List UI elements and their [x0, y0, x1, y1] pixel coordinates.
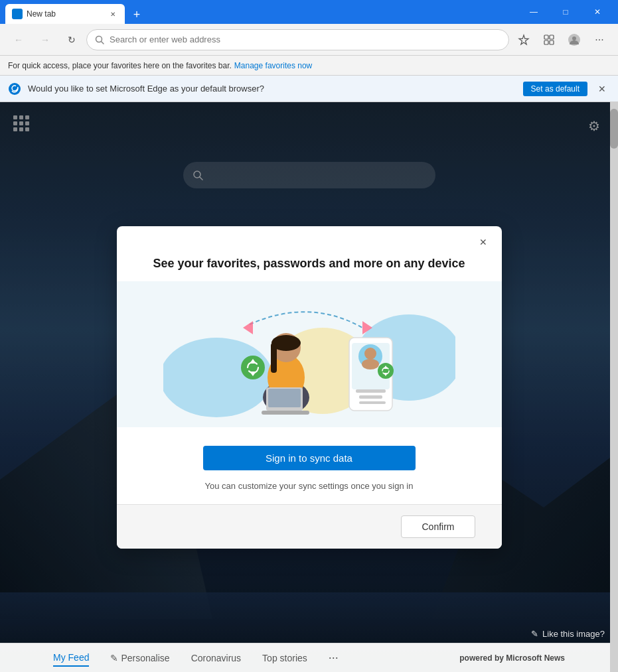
svg-marker-16	[243, 321, 253, 334]
modal-footer: Confirm	[117, 504, 502, 549]
svg-rect-38	[359, 401, 386, 404]
modal-title: See your favorites, passwords and more o…	[117, 251, 502, 281]
favorites-bar-text: For quick access, place your favorites h…	[8, 61, 232, 70]
profile-button[interactable]	[562, 28, 586, 52]
toolbar-actions: ···	[512, 28, 611, 52]
scrollbar[interactable]	[610, 102, 618, 672]
search-input[interactable]	[110, 34, 501, 44]
active-tab[interactable]: New tab ✕	[5, 4, 125, 24]
svg-point-31	[364, 348, 376, 360]
powered-by-brand: Microsoft News	[506, 653, 565, 663]
modal-header: ✕	[117, 226, 502, 251]
personalise-tab[interactable]: ✎ Personalise	[110, 650, 169, 666]
address-bar[interactable]	[86, 29, 509, 50]
manage-favorites-link[interactable]: Manage favorites now	[234, 61, 312, 70]
svg-point-8	[572, 36, 576, 40]
modal-illustration	[117, 281, 502, 427]
svg-point-9	[9, 83, 21, 95]
more-tabs-button[interactable]: ···	[329, 651, 339, 665]
bottom-tabs-bar: My Feed ✎ Personalise Coronavirus Top st…	[0, 643, 618, 672]
svg-rect-23	[268, 389, 301, 407]
svg-line-2	[102, 41, 104, 44]
modal-body: Sign in to sync data You can customize y…	[117, 427, 502, 504]
star-icon	[518, 34, 530, 46]
like-image-text: Like this image?	[542, 629, 605, 639]
like-image-link[interactable]: ✎ Like this image?	[531, 629, 605, 639]
new-tab-button[interactable]: +	[127, 5, 146, 24]
my-feed-tab[interactable]: My Feed	[53, 649, 89, 667]
edge-prompt-close-button[interactable]: ✕	[594, 81, 610, 97]
svg-rect-3	[544, 35, 548, 39]
search-icon	[95, 35, 104, 44]
toolbar: ← → ↻ ···	[0, 24, 618, 56]
modal-overlay: ✕ See your favorites, passwords and more…	[0, 102, 618, 672]
collections-icon	[543, 34, 555, 46]
svg-point-33	[378, 363, 394, 379]
svg-rect-36	[356, 389, 386, 393]
titlebar-controls: — □ ✕	[518, 0, 613, 24]
edge-logo-icon	[8, 82, 21, 96]
confirm-button[interactable]: Confirm	[401, 515, 475, 538]
edge-prompt-bar: Would you like to set Microsoft Edge as …	[0, 76, 618, 102]
personalise-label: Personalise	[121, 653, 169, 663]
svg-rect-37	[359, 395, 382, 399]
forward-button[interactable]: →	[33, 28, 57, 52]
collections-button[interactable]	[537, 28, 561, 52]
favorites-bar: For quick access, place your favorites h…	[0, 56, 618, 76]
maximize-button[interactable]: □	[550, 0, 581, 24]
svg-rect-21	[271, 343, 277, 373]
tab-close-button[interactable]: ✕	[108, 9, 118, 19]
svg-rect-24	[262, 411, 309, 415]
pencil-icon: ✎	[110, 653, 118, 663]
minimize-button[interactable]: —	[518, 0, 549, 24]
scrollbar-thumb[interactable]	[610, 109, 618, 149]
pencil-icon: ✎	[531, 629, 538, 639]
profile-icon	[568, 33, 581, 46]
tab-label: New tab	[27, 9, 104, 19]
svg-rect-5	[544, 40, 548, 44]
tab-favicon	[12, 9, 23, 19]
svg-rect-4	[550, 35, 554, 39]
close-button[interactable]: ✕	[582, 0, 613, 24]
coronavirus-tab[interactable]: Coronavirus	[191, 650, 241, 666]
more-button[interactable]: ···	[587, 28, 611, 52]
sign-in-sync-button[interactable]: Sign in to sync data	[203, 446, 416, 470]
svg-rect-0	[14, 11, 21, 17]
refresh-button[interactable]: ↻	[60, 28, 84, 52]
edge-prompt-text: Would you like to set Microsoft Edge as …	[28, 84, 516, 94]
powered-by-text: powered by	[459, 653, 504, 663]
svg-point-32	[362, 359, 379, 370]
titlebar: New tab ✕ + — □ ✕	[0, 0, 618, 24]
main-content: ⚙ ✕ See your favorites, passwords and mo…	[0, 102, 618, 672]
svg-rect-6	[550, 40, 554, 44]
set-as-default-button[interactable]: Set as default	[523, 82, 587, 96]
tab-area: New tab ✕ +	[5, 0, 516, 24]
sync-illustration	[163, 285, 455, 424]
modal-close-button[interactable]: ✕	[474, 233, 493, 251]
favorites-button[interactable]	[512, 28, 536, 52]
powered-by-label: powered by Microsoft News	[459, 653, 565, 663]
back-button[interactable]: ←	[7, 28, 31, 52]
sync-note: You can customize your sync settings onc…	[143, 481, 475, 491]
sync-modal: ✕ See your favorites, passwords and more…	[117, 226, 502, 549]
top-stories-tab[interactable]: Top stories	[262, 650, 307, 666]
